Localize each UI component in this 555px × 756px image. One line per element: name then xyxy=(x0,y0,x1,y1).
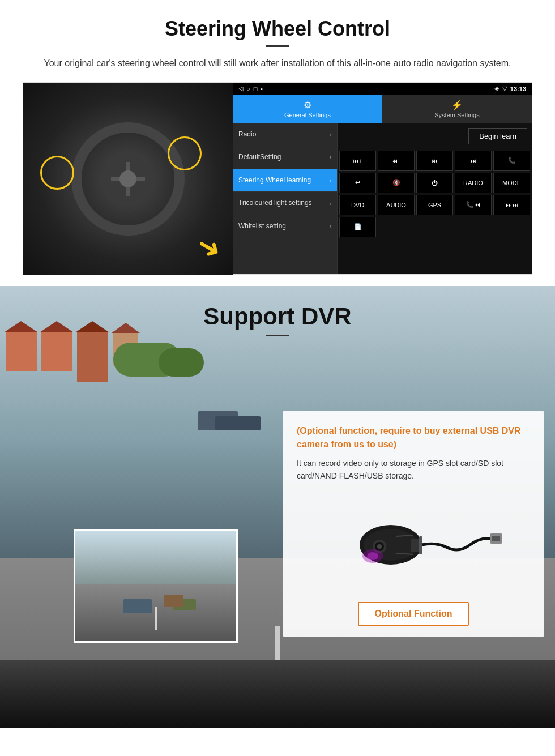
menu-item-default-label: DefaultSetting xyxy=(238,153,281,162)
begin-learn-row: Begin learn xyxy=(338,123,532,149)
control-buttons-grid: ⏮+ ⏮− ⏮ ⏭ 📞 ↩ 🔇 ⏻ RADIO MODE DVD AUDIO G… xyxy=(338,149,532,239)
steering-section: Steering Wheel Control Your original car… xyxy=(0,0,555,286)
steering-photo-inner: ➜ xyxy=(23,83,233,275)
dvr-optional-text: (Optional function, require to buy exter… xyxy=(297,424,530,451)
thumb-road-line xyxy=(155,607,157,630)
arrow-icon: ➜ xyxy=(191,227,228,267)
menu-item-whitelist-label: Whitelist setting xyxy=(238,222,286,231)
menu-icon[interactable]: ▪ xyxy=(261,86,263,92)
android-panel: ◁ ○ □ ▪ ◈ ▽ 13:13 ⚙ General Settings xyxy=(233,83,532,274)
menu-item-whitelist[interactable]: Whitelist setting › xyxy=(233,215,337,238)
dvr-camera-illustration xyxy=(297,491,530,593)
steering-content-panel: ➜ ◁ ○ □ ▪ ◈ ▽ 13:13 xyxy=(23,82,532,275)
dvr-description: It can record video only to storage in G… xyxy=(297,457,530,482)
dvr-section: Support DVR (Optional function, require … xyxy=(0,286,555,728)
highlight-right-circle xyxy=(168,136,202,170)
ctrl-btn-gps[interactable]: GPS xyxy=(416,195,453,215)
android-menu-list: Radio › DefaultSetting › Steering Wheel … xyxy=(233,123,338,274)
ctrl-btn-phone[interactable]: 📞 xyxy=(493,151,530,171)
ctrl-btn-vol-down[interactable]: ⏮− xyxy=(378,151,415,171)
dvr-info-card: (Optional function, require to buy exter… xyxy=(283,411,544,638)
android-body: Radio › DefaultSetting › Steering Wheel … xyxy=(233,123,532,274)
ctrl-btn-dvd[interactable]: DVD xyxy=(339,195,376,215)
status-time: 13:13 xyxy=(510,86,526,92)
ctrl-btn-mute[interactable]: 🔇 xyxy=(378,173,415,193)
chevron-icon: › xyxy=(330,223,331,229)
camera-glow-inner xyxy=(367,552,378,560)
ctrl-btn-extra[interactable]: 📄 xyxy=(339,217,376,237)
home-icon[interactable]: ○ xyxy=(246,86,250,92)
ctrl-btn-phone-prev[interactable]: 📞⏮ xyxy=(455,195,492,215)
tree-2 xyxy=(159,348,204,377)
ctrl-btn-prev[interactable]: ⏮ xyxy=(416,151,453,171)
title-divider xyxy=(266,45,289,47)
signal-icon: ◈ xyxy=(494,85,499,92)
begin-learn-button[interactable]: Begin learn xyxy=(468,128,527,144)
dvr-thumb-inner xyxy=(75,531,236,641)
chevron-icon: › xyxy=(330,154,331,160)
system-icon: ⚡ xyxy=(451,100,463,110)
chevron-icon: › xyxy=(330,177,331,183)
dashboard-area xyxy=(0,660,555,728)
camera-lens-core xyxy=(377,544,382,549)
wifi-icon: ▽ xyxy=(502,85,507,92)
usb-cable-path xyxy=(422,539,493,550)
thumb-car-3 xyxy=(164,595,183,607)
steering-description: Your original car's steering wheel contr… xyxy=(34,56,521,71)
ctrl-btn-back[interactable]: ↩ xyxy=(339,173,376,193)
ctrl-btn-mode[interactable]: MODE xyxy=(493,173,530,193)
dvr-divider xyxy=(266,335,289,336)
menu-item-steering-label: Steering Wheel learning xyxy=(238,176,311,185)
ctrl-btn-next-next[interactable]: ⏭⏭ xyxy=(493,195,530,215)
usb-port xyxy=(492,536,500,541)
tab-system-label: System Settings xyxy=(434,112,479,118)
road-marking xyxy=(275,626,280,660)
gear-icon: ⚙ xyxy=(304,100,311,110)
menu-item-steering-wheel-learning[interactable]: Steering Wheel learning › xyxy=(233,169,337,193)
dvr-heading: Support DVR xyxy=(0,303,555,330)
ctrl-btn-radio[interactable]: RADIO xyxy=(455,173,492,193)
android-tabs: ⚙ General Settings ⚡ System Settings xyxy=(233,95,532,123)
ctrl-btn-next[interactable]: ⏭ xyxy=(455,151,492,171)
ctrl-btn-vol-up[interactable]: ⏮+ xyxy=(339,151,376,171)
steering-wheel xyxy=(71,122,185,236)
steering-photo: ➜ xyxy=(23,83,233,275)
android-status-bar: ◁ ○ □ ▪ ◈ ▽ 13:13 xyxy=(233,83,532,95)
status-right: ◈ ▽ 13:13 xyxy=(494,85,526,92)
tab-general-settings[interactable]: ⚙ General Settings xyxy=(233,95,382,123)
back-icon[interactable]: ◁ xyxy=(238,85,243,92)
menu-item-default-setting[interactable]: DefaultSetting › xyxy=(233,146,337,169)
menu-item-radio-label: Radio xyxy=(238,130,256,139)
ctrl-btn-audio[interactable]: AUDIO xyxy=(378,195,415,215)
android-nav-icons: ◁ ○ □ ▪ xyxy=(238,85,263,92)
tab-general-label: General Settings xyxy=(284,112,331,118)
sw-center xyxy=(119,170,136,187)
menu-item-radio[interactable]: Radio › xyxy=(233,123,337,147)
thumb-car-1 xyxy=(123,599,152,613)
tab-system-settings[interactable]: ⚡ System Settings xyxy=(382,95,532,123)
camera-svg xyxy=(323,497,504,587)
menu-item-tricoloured-label: Tricoloured light settings xyxy=(238,199,312,208)
optional-function-button[interactable]: Optional Function xyxy=(358,602,469,626)
control-panel: Begin learn ⏮+ ⏮− ⏮ ⏭ 📞 ↩ 🔇 ⏻ RADIO MODE… xyxy=(338,123,532,274)
car-body-1 xyxy=(215,416,261,430)
steering-title: Steering Wheel Control xyxy=(23,17,532,41)
menu-item-tricoloured[interactable]: Tricoloured light settings › xyxy=(233,192,337,215)
ctrl-btn-power[interactable]: ⏻ xyxy=(416,173,453,193)
recents-icon[interactable]: □ xyxy=(254,86,258,92)
chevron-icon: › xyxy=(330,131,331,138)
chevron-icon: › xyxy=(330,200,331,207)
highlight-left-circle xyxy=(40,156,74,190)
dvr-title-area: Support DVR xyxy=(0,286,555,342)
dvr-thumbnail xyxy=(74,529,238,643)
mount-pin xyxy=(419,536,422,554)
